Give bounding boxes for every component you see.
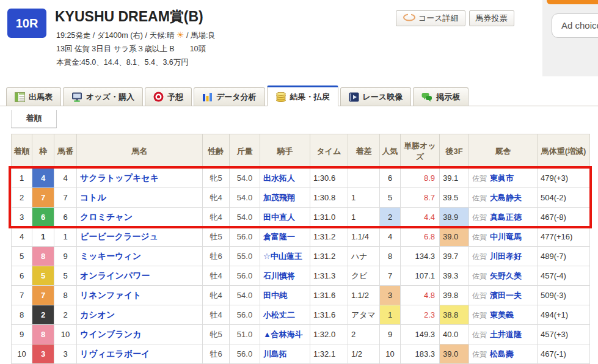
stable-region-label: 佐賀 xyxy=(472,194,487,202)
course-detail-button[interactable]: コース詳細 xyxy=(396,10,465,26)
horse-name-link[interactable]: ウインブランカ xyxy=(80,329,141,339)
course-loop-icon xyxy=(403,13,416,23)
win-odds-cell: 134.3 xyxy=(401,247,440,266)
stable-region-label: 佐賀 xyxy=(472,350,487,359)
last3f-cell: 39.5 xyxy=(440,188,469,208)
horse-name-cell: リヴィエラボーイ xyxy=(77,344,203,364)
col-stable: 厩舎 xyxy=(469,134,538,169)
time-cell: 1:31.6 xyxy=(310,286,348,305)
win-odds-cell: 6.8 xyxy=(401,227,440,247)
margin-cell: アタマ xyxy=(348,305,380,325)
horse-name-link[interactable]: クロミチャン xyxy=(80,212,133,222)
jockey-link[interactable]: 加茂飛翔 xyxy=(263,193,295,202)
jockey-link[interactable]: 石川慎将 xyxy=(263,271,295,280)
horse-name-link[interactable]: リヴィエラボーイ xyxy=(80,349,150,359)
win-odds-cell: 4.4 xyxy=(401,208,440,227)
ad-area: Ad choice xyxy=(542,0,598,76)
stable-region-label: 佐賀 xyxy=(472,252,487,261)
frame-cell: 8 xyxy=(32,247,54,266)
carried-weight-cell: 54.0 xyxy=(230,286,260,305)
col-time: タイム xyxy=(310,134,348,169)
trainer-link[interactable]: 濱田一夫 xyxy=(490,291,522,300)
jockey-link[interactable]: ▲合林海斗 xyxy=(263,330,303,339)
horse-name-link[interactable]: リネンファイト xyxy=(80,290,141,300)
frame-cell: 6 xyxy=(32,208,54,227)
stable-cell: 佐賀矢野久美 xyxy=(469,266,538,286)
time-cell: 1:31.6 xyxy=(310,305,348,325)
jockey-link[interactable]: ☆中山蓮王 xyxy=(263,252,302,261)
col-rank: 着順 xyxy=(12,134,32,169)
tab-odds-purchase[interactable]: オッズ・購入 xyxy=(63,87,143,106)
tab-board[interactable]: 掲示板 xyxy=(413,87,469,106)
sex-age-cell: 牡6 xyxy=(203,247,230,266)
horse-name-link[interactable]: ビービークラージュ xyxy=(80,231,158,241)
margin-cell xyxy=(348,169,380,188)
time-cell: 1:31.3 xyxy=(310,266,348,286)
trainer-link[interactable]: 真島正徳 xyxy=(490,213,522,222)
col-sex-age: 性齢 xyxy=(203,134,230,169)
time-cell: 1:30.6 xyxy=(310,169,348,188)
margin-cell: クビ xyxy=(348,266,380,286)
jockey-link[interactable]: 小松丈二 xyxy=(263,310,295,319)
jockey-link[interactable]: 田中純 xyxy=(263,291,287,300)
table-row: 3 6 6 クロミチャン 牝4 54.0 田中直人 1:31.0 1 2 4.4… xyxy=(12,208,590,227)
body-weight-cell: 494(+1) xyxy=(538,305,590,325)
trainer-link[interactable]: 矢野久美 xyxy=(490,271,522,280)
horse-name-link[interactable]: コトル xyxy=(80,192,106,202)
trainer-link[interactable]: 中川竜馬 xyxy=(490,232,522,241)
horse-name-link[interactable]: オンラインパワー xyxy=(80,271,150,280)
col-popularity: 人気 xyxy=(380,134,401,169)
tab-prediction[interactable]: 予想 xyxy=(145,87,192,106)
horse-number-cell: 10 xyxy=(54,325,77,344)
horse-name-cell: カシオン xyxy=(77,305,203,325)
horse-name-cell: ビービークラージュ xyxy=(77,227,203,247)
horse-number-cell: 5 xyxy=(54,266,77,286)
horse-number-cell: 1 xyxy=(54,227,77,247)
stable-cell: 佐賀濱田一夫 xyxy=(469,286,538,305)
horse-name-link[interactable]: サクラトップキセキ xyxy=(80,173,159,183)
carried-weight-cell: 54.0 xyxy=(230,188,260,208)
horse-number-cell: 9 xyxy=(54,247,77,266)
frame-cell: 3 xyxy=(32,344,54,364)
sex-age-cell: 牝5 xyxy=(203,169,230,188)
popularity-cell: 10 xyxy=(380,344,401,364)
horse-name-link[interactable]: ミッキーウィン xyxy=(80,251,141,261)
body-weight-cell: 479(+3) xyxy=(538,169,590,188)
win-odds-cell: 149.3 xyxy=(401,325,440,344)
trainer-link[interactable]: 東美義 xyxy=(490,310,514,319)
last3f-cell: 39.0 xyxy=(440,227,469,247)
col-frame: 枠 xyxy=(32,134,54,169)
jockey-link[interactable]: 倉富隆一 xyxy=(263,232,295,241)
trainer-link[interactable]: 松島壽 xyxy=(490,349,514,359)
trainer-link[interactable]: 土井道隆 xyxy=(490,330,522,339)
body-weight-cell: 457(+3) xyxy=(538,325,590,344)
horse-number-cell: 3 xyxy=(54,344,77,364)
frame-cell: 5 xyxy=(32,266,54,286)
tab-results-payout[interactable]: 結果・払戻 xyxy=(267,86,338,106)
trainer-link[interactable]: 川田孝好 xyxy=(490,252,522,261)
horse-name-link[interactable]: カシオン xyxy=(80,310,115,319)
trainer-link[interactable]: 大島静夫 xyxy=(490,193,522,202)
body-weight-cell: 467(-1) xyxy=(538,344,590,364)
tab-racecard[interactable]: 出馬表 xyxy=(6,87,61,106)
tab-race-video[interactable]: レース映像 xyxy=(340,87,412,106)
col-body-weight: 馬体重(増減) xyxy=(538,134,590,169)
last3f-cell: 39.0 xyxy=(440,344,469,364)
jockey-cell: 出水拓人 xyxy=(260,169,310,188)
trainer-link[interactable]: 東眞市 xyxy=(490,173,514,183)
subtab-finish-order[interactable]: 着順 xyxy=(11,110,57,128)
carried-weight-cell: 51.0 xyxy=(230,325,260,344)
bet-vote-button[interactable]: 馬券投票 xyxy=(469,10,514,26)
rank-cell: 7 xyxy=(12,286,32,305)
jockey-link[interactable]: 出水拓人 xyxy=(263,173,295,183)
jockey-link[interactable]: 川島拓 xyxy=(263,349,287,359)
win-odds-cell: 8.9 xyxy=(401,169,440,188)
ad-banner-fragment xyxy=(547,0,598,4)
sex-age-cell: 牡6 xyxy=(203,344,230,364)
margin-cell: 1 xyxy=(348,208,380,227)
ad-choices-button[interactable]: Ad choice xyxy=(552,13,598,38)
jockey-link[interactable]: 田中直人 xyxy=(263,213,295,222)
popularity-cell: 3 xyxy=(380,286,401,305)
tab-data-analysis[interactable]: データ分析 xyxy=(194,87,265,106)
stable-cell: 佐賀大島静夫 xyxy=(469,188,538,208)
